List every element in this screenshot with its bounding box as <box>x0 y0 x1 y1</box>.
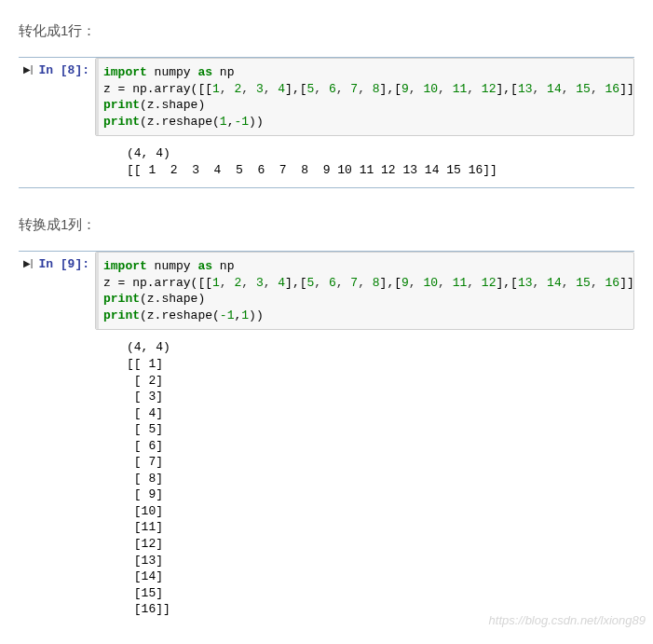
alias: np <box>212 259 234 273</box>
keyword: as <box>197 259 212 273</box>
section-title-2: 转换成1列： <box>19 216 634 234</box>
code-text: )) <box>249 308 264 322</box>
number: 10 <box>423 276 438 290</box>
number: 9 <box>401 82 409 96</box>
number: 3 <box>256 276 264 290</box>
cell-output-2: (4, 4) [[ 1] [ 2] [ 3] [ 4] [ 5] [ 6] [ … <box>99 330 634 623</box>
code-text: ]]) <box>619 276 634 290</box>
number: -1 <box>220 308 235 322</box>
number: 14 <box>547 276 562 290</box>
code-text: ],[ <box>496 82 517 96</box>
builtin: print <box>103 115 140 129</box>
section-title-1: 转化成1行： <box>19 22 634 40</box>
prompt-col: ▶| In [8]: <box>15 58 95 136</box>
code-text: ]]) <box>619 82 634 96</box>
keyword: import <box>103 259 147 273</box>
number: 6 <box>329 82 336 96</box>
run-cell-icon[interactable]: ▶| <box>23 63 34 76</box>
number: 5 <box>307 276 315 290</box>
number: 9 <box>401 276 409 290</box>
code-text: z = np.array([[ <box>103 276 212 290</box>
run-cell-icon[interactable]: ▶| <box>23 257 34 270</box>
number: 4 <box>278 276 285 290</box>
keyword: import <box>103 65 147 79</box>
number: 12 <box>482 276 497 290</box>
prompt-label: In [9]: <box>38 257 89 271</box>
code-text: z = np.array([[ <box>103 82 212 96</box>
prompt-label: In [8]: <box>38 63 89 77</box>
number: 7 <box>350 82 358 96</box>
code-text: (z.shape) <box>140 292 205 306</box>
module-name: numpy <box>147 65 198 79</box>
number: 8 <box>373 82 380 96</box>
number: 7 <box>350 276 358 290</box>
code-text: ],[ <box>285 276 306 290</box>
number: 15 <box>576 276 591 290</box>
alias: np <box>212 65 234 79</box>
number: 14 <box>547 82 562 96</box>
number: 1 <box>220 115 227 129</box>
number: 1 <box>241 308 249 322</box>
number: 15 <box>576 82 591 96</box>
number: 6 <box>329 276 336 290</box>
number: 8 <box>373 276 380 290</box>
number: 3 <box>256 82 264 96</box>
code-line: z = np.array([[1, 2, 3, 4],[5, 6, 7, 8],… <box>103 275 626 292</box>
code-line: z = np.array([[1, 2, 3, 4],[5, 6, 7, 8],… <box>103 81 626 98</box>
code-cell-1: ▶| In [8]: import numpy as np z = np.arr… <box>15 58 634 136</box>
number: 1 <box>212 82 220 96</box>
builtin: print <box>103 308 140 322</box>
code-text: ],[ <box>380 82 401 96</box>
number: 1 <box>212 276 220 290</box>
code-line: import numpy as np <box>103 258 626 275</box>
code-line: print(z.reshape(1,-1)) <box>103 114 626 130</box>
number: 2 <box>234 276 241 290</box>
code-text: (z.reshape( <box>140 115 220 129</box>
code-line: print(z.reshape(-1,1)) <box>103 308 626 324</box>
code-line: import numpy as np <box>103 64 626 81</box>
number: 2 <box>234 82 241 96</box>
code-input-1[interactable]: import numpy as np z = np.array([[1, 2, … <box>95 58 634 136</box>
number: 4 <box>278 82 285 96</box>
number: 13 <box>518 276 533 290</box>
code-line: print(z.shape) <box>103 291 626 308</box>
code-text: (z.reshape( <box>140 308 220 322</box>
code-text: )) <box>249 115 264 129</box>
number: 12 <box>482 82 497 96</box>
code-text: ],[ <box>496 276 517 290</box>
builtin: print <box>103 98 140 112</box>
code-text: ],[ <box>285 82 306 96</box>
prompt-col: ▶| In [9]: <box>15 252 95 330</box>
code-text: ],[ <box>380 276 401 290</box>
number: 10 <box>423 82 438 96</box>
number: 5 <box>307 82 315 96</box>
number: 11 <box>453 276 468 290</box>
code-text: (z.shape) <box>140 98 205 112</box>
code-line: print(z.shape) <box>103 97 626 114</box>
builtin: print <box>103 292 140 306</box>
number: 16 <box>605 82 620 96</box>
module-name: numpy <box>147 259 198 273</box>
keyword: as <box>197 65 212 79</box>
number: 13 <box>518 82 533 96</box>
number: 11 <box>453 82 468 96</box>
number: 16 <box>605 276 620 290</box>
code-input-2[interactable]: import numpy as np z = np.array([[1, 2, … <box>95 252 634 330</box>
cell-output-1: (4, 4) [[ 1 2 3 4 5 6 7 8 9 10 11 12 13 … <box>99 136 634 184</box>
code-cell-2: ▶| In [9]: import numpy as np z = np.arr… <box>15 252 634 330</box>
number: -1 <box>234 115 249 129</box>
